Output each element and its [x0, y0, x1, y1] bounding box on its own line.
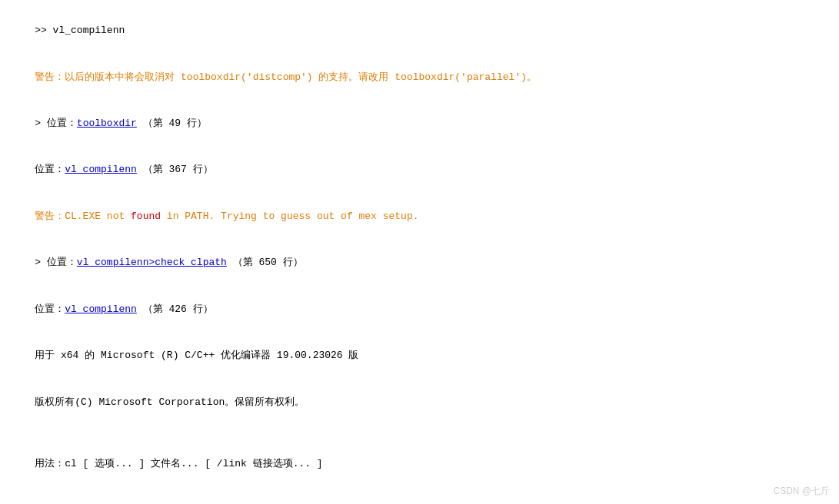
- line-warning-1: 警告：以后的版本中将会取消对 toolboxdir('distcomp') 的支…: [11, 54, 828, 100]
- watermark: CSDN @七斤: [773, 485, 830, 498]
- line-location-1: > 位置：toolboxdir （第 49 行）: [11, 101, 828, 147]
- line-command: >> vl_compilenn: [11, 8, 828, 54]
- line-warning-2: 警告：CL.EXE not found in PATH. Trying to g…: [11, 194, 828, 240]
- line-usage: 用法：cl [ 选项... ] 文件名... [ /link 链接选项... ]: [11, 441, 828, 487]
- line-empty-1: [11, 426, 828, 441]
- line-compiler-info-1: 用于 x64 的 Microsoft (R) C/C++ 优化编译器 19.00…: [11, 333, 828, 379]
- line-copyright: 版权所有(C) Microsoft Corporation。保留所有权利。: [11, 379, 828, 425]
- terminal-window: >> vl_compilenn 警告：以后的版本中将会取消对 toolboxdi…: [0, 0, 839, 504]
- line-location-3: > 位置：vl_compilenn>check_clpath （第 650 行）: [11, 240, 828, 286]
- line-location-2: 位置：vl_compilenn （第 367 行）: [11, 147, 828, 193]
- line-location-4: 位置：vl_compilenn （第 426 行）: [11, 287, 828, 333]
- line-clexe-path: Location of cl.exe (C:\Program Files (x8…: [11, 487, 828, 504]
